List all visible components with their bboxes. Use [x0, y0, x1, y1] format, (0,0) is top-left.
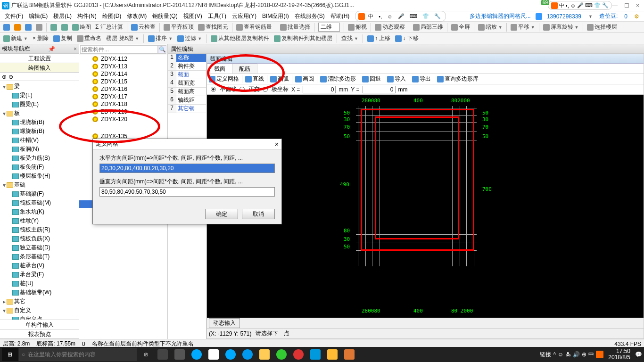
- editor-tool[interactable]: 画弧: [270, 75, 289, 83]
- start-button[interactable]: ⊞: [2, 348, 18, 361]
- toolbar-item[interactable]: 查找▼: [340, 34, 360, 43]
- tree-item[interactable]: 圈梁(E): [1, 100, 78, 109]
- menu-rebar[interactable]: 钢筋量(Q): [150, 11, 179, 21]
- editor-tool[interactable]: 导入: [387, 75, 406, 83]
- toolbar-item[interactable]: 俯视: [347, 23, 368, 32]
- tray-shield-icon[interactable]: ⊕: [582, 351, 586, 358]
- radio-ortho[interactable]: [239, 87, 245, 92]
- gear-icon[interactable]: ⚙: [632, 12, 641, 21]
- menu-component[interactable]: 构件(N): [75, 11, 99, 21]
- tree-item[interactable]: 条形基础(T): [1, 252, 78, 261]
- component-item[interactable]: ZDYX-119: [79, 108, 167, 115]
- menu-bim[interactable]: BIM应用(I): [260, 11, 291, 21]
- tab-rebar[interactable]: 配筋: [232, 64, 257, 74]
- phone-label[interactable]: 13907298339: [545, 12, 583, 21]
- task-ie[interactable]: [223, 348, 239, 361]
- tree-item[interactable]: 梁(L): [1, 91, 78, 100]
- editor-tool[interactable]: 查询多边形库: [437, 75, 479, 83]
- nav-close-icon[interactable]: ×: [74, 46, 77, 52]
- tray-link[interactable]: 链接: [540, 351, 551, 359]
- property-row[interactable]: 6轴线距: [168, 96, 206, 105]
- maximize-button[interactable]: ☐: [624, 2, 629, 9]
- tree-item[interactable]: 桩(U): [1, 279, 78, 288]
- task-360[interactable]: [273, 348, 289, 361]
- v-spacing-input[interactable]: [99, 187, 275, 197]
- task-edge[interactable]: [189, 348, 205, 361]
- component-item[interactable]: ZDYX-120: [79, 115, 167, 123]
- editor-tool[interactable]: 清除多边形: [320, 75, 356, 83]
- x-input[interactable]: [303, 86, 336, 93]
- task-explorer[interactable]: [256, 348, 272, 361]
- component-item[interactable]: ZDYX-117: [79, 93, 167, 100]
- tree-item[interactable]: 板洞(N): [1, 145, 78, 154]
- cancel-button[interactable]: 取消: [242, 209, 275, 219]
- radio-polar[interactable]: [263, 87, 268, 92]
- toolbar-item[interactable]: 查找图元: [197, 23, 230, 32]
- tray-net-icon[interactable]: 🖧: [565, 351, 571, 358]
- search-button[interactable]: 🔍: [158, 45, 166, 54]
- tree-item[interactable]: 基础板带(W): [1, 288, 78, 297]
- ok-button[interactable]: 确定: [205, 209, 238, 219]
- toolbar-item[interactable]: 重命名: [75, 34, 103, 43]
- task-q[interactable]: [290, 348, 306, 361]
- tray-sogou-icon[interactable]: [596, 351, 603, 358]
- search-input[interactable]: [80, 45, 158, 54]
- component-item[interactable]: ZDYX-118: [79, 100, 167, 108]
- toolbar-item[interactable]: 过滤▼: [176, 34, 203, 43]
- toolbar-item[interactable]: 新建▼: [2, 34, 29, 43]
- toolbar-item[interactable]: 平移▼: [509, 23, 537, 32]
- toolbar-item[interactable]: 平齐板顶: [162, 23, 195, 32]
- menu-tools[interactable]: 工具(T): [206, 11, 228, 21]
- menu-modify[interactable]: 修改(M): [125, 11, 149, 21]
- tree-item[interactable]: 楼层板带(H): [1, 172, 78, 181]
- taskbar-search[interactable]: ○ 在这里输入你要搜索的内容: [19, 348, 137, 361]
- toolbar-item[interactable]: 局部三维: [412, 23, 445, 32]
- toolbar-item[interactable]: 批量选择: [279, 23, 312, 32]
- minimize-button[interactable]: —: [612, 2, 618, 9]
- nav-pin-icon[interactable]: 📌: [48, 46, 55, 52]
- tree-item[interactable]: 承台梁(F): [1, 270, 78, 279]
- expand-icon[interactable]: ⊕: [2, 74, 7, 80]
- toolbar-item[interactable]: [60, 24, 69, 31]
- task-app-1[interactable]: [155, 348, 171, 361]
- tree-item[interactable]: 筏板负筋(X): [1, 234, 78, 243]
- toolbar-item[interactable]: 屏幕旋转▼: [542, 23, 580, 32]
- tree-item[interactable]: 柱帽(V): [1, 136, 78, 145]
- toolbar-item[interactable]: [2, 24, 11, 31]
- tree-item[interactable]: ▸其它: [1, 297, 78, 306]
- property-row[interactable]: 4截面宽: [168, 79, 206, 88]
- task-ie2[interactable]: [239, 348, 256, 361]
- nav-tab-single[interactable]: 单构件输入: [0, 320, 79, 329]
- editor-tool[interactable]: 直线: [245, 75, 264, 83]
- tray-ime[interactable]: 中: [588, 351, 594, 359]
- toolbar-item[interactable]: 楼层 第6层▼: [105, 34, 140, 43]
- collapse-icon[interactable]: ⊖: [8, 74, 13, 80]
- tree-item[interactable]: 板负筋(F): [1, 163, 78, 172]
- dialog-close-icon[interactable]: ×: [275, 140, 279, 148]
- hint-text[interactable]: 多边形编辑器的网格尺...: [468, 11, 533, 21]
- nav-tree[interactable]: ▾梁梁(L)圈梁(E)▾板现浇板(B)螺旋板(B)柱帽(V)板洞(N)板受力筋(…: [0, 81, 79, 320]
- toolbar-item[interactable]: 动态观察: [373, 23, 406, 32]
- toolbar-item[interactable]: 绘图: [71, 23, 92, 32]
- nav-tab-report[interactable]: 报表预览: [0, 329, 79, 339]
- tab-section[interactable]: 截面: [207, 64, 232, 74]
- editor-tool[interactable]: 画圆: [295, 75, 314, 83]
- toolbar-item[interactable]: ↓ 下移: [394, 34, 420, 43]
- tray-notifications-icon[interactable]: 💬: [635, 351, 642, 358]
- toolbar-item[interactable]: [24, 24, 33, 31]
- close-button[interactable]: ×: [636, 2, 639, 9]
- tree-item[interactable]: ▾梁: [1, 82, 78, 91]
- tree-item[interactable]: 基础梁(F): [1, 189, 78, 198]
- tray-vol-icon[interactable]: 🔊: [573, 351, 580, 358]
- toolbar-item[interactable]: 缩放▼: [477, 23, 504, 32]
- menu-floor[interactable]: 楼层(L): [51, 11, 74, 21]
- tree-item[interactable]: 集水坑(K): [1, 207, 78, 216]
- tray-up-icon[interactable]: ^: [553, 351, 556, 358]
- task-ggj[interactable]: [307, 348, 323, 361]
- h-spacing-input[interactable]: [99, 164, 275, 173]
- ime-toolbar-2[interactable]: 中•,☺🎤⌨👕🔧: [355, 11, 446, 22]
- tree-item[interactable]: 柱墩(Y): [1, 216, 78, 225]
- editor-tool[interactable]: 回退: [362, 75, 381, 83]
- y-input[interactable]: [363, 86, 396, 93]
- toolbar-item[interactable]: [49, 24, 58, 31]
